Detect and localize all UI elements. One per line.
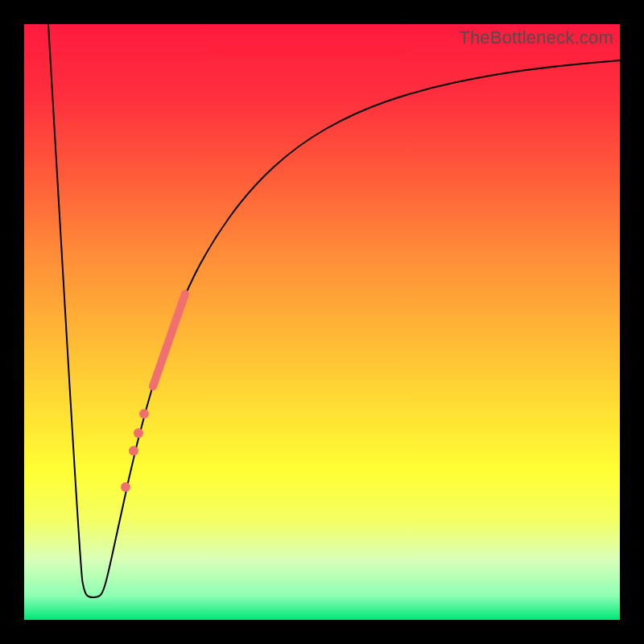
gradient-plot-area: TheBottleneck.com xyxy=(24,24,620,620)
highlight-dot xyxy=(139,409,149,419)
highlight-band xyxy=(153,294,185,386)
highlight-dot xyxy=(129,446,138,456)
highlight-dot xyxy=(121,482,130,492)
chart-frame: TheBottleneck.com xyxy=(0,0,644,644)
highlight-dots xyxy=(121,409,149,492)
curve-svg xyxy=(24,24,620,620)
highlight-dot xyxy=(134,428,143,438)
bottleneck-curve xyxy=(48,24,620,597)
